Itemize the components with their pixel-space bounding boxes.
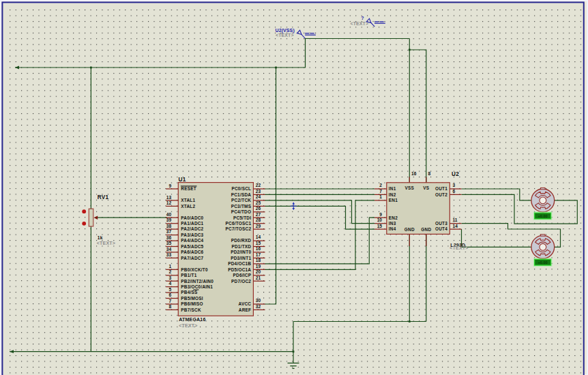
svg-text:PA7/ADC7: PA7/ADC7 [181, 256, 203, 260]
svg-text:IN3: IN3 [389, 221, 396, 226]
svg-text:1k: 1k [98, 235, 103, 240]
svg-text:6: 6 [453, 189, 456, 194]
svg-text:PD4/OC1B: PD4/OC1B [228, 261, 251, 266]
svg-text:OUT4: OUT4 [435, 226, 447, 231]
svg-text:35: 35 [166, 241, 172, 245]
svg-text:1: 1 [379, 194, 382, 199]
svg-text:38: 38 [166, 224, 172, 228]
svg-text:17: 17 [256, 252, 261, 257]
svg-text:3: 3 [169, 275, 172, 280]
svg-text:VS: VS [423, 185, 430, 190]
svg-text:PB3/OC0/AIN1: PB3/OC0/AIN1 [181, 284, 213, 289]
svg-text:PD5/OC1A: PD5/OC1A [228, 267, 251, 272]
svg-text:9: 9 [169, 183, 172, 188]
svg-text:<TEXT>: <TEXT> [351, 21, 369, 26]
svg-text:PB4/SS: PB4/SS [181, 290, 198, 295]
svg-text:PB0/XCK/T0: PB0/XCK/T0 [181, 267, 208, 272]
svg-text:AREF: AREF [239, 308, 251, 312]
svg-text:PC6/TOSC1: PC6/TOSC1 [226, 221, 252, 226]
svg-text:PB6/MISO: PB6/MISO [181, 301, 203, 306]
svg-text:PC7/TOSC2: PC7/TOSC2 [226, 226, 252, 231]
svg-text:PA2/ADC2: PA2/ADC2 [181, 226, 203, 231]
svg-text:16: 16 [411, 171, 417, 176]
svg-text:40: 40 [166, 212, 172, 217]
svg-text:PB7/SCK: PB7/SCK [181, 308, 201, 312]
svg-text:RESET: RESET [181, 186, 196, 191]
svg-text:PC3/TMS: PC3/TMS [231, 204, 252, 209]
svg-text:33: 33 [166, 252, 172, 257]
svg-text:3: 3 [453, 183, 456, 188]
svg-text:U2: U2 [452, 171, 459, 177]
svg-text:PB5/MOSI: PB5/MOSI [181, 296, 203, 301]
svg-text:PA5/ADC5: PA5/ADC5 [181, 244, 203, 249]
svg-text:<TEXT>: <TEXT> [276, 33, 294, 38]
svg-text:14: 14 [453, 224, 458, 228]
svg-text:28: 28 [256, 217, 261, 222]
svg-text:<TEXT>: <TEXT> [450, 245, 468, 250]
svg-text:PD3/INT1: PD3/INT1 [231, 256, 251, 260]
svg-text:16: 16 [256, 246, 261, 251]
svg-text:15: 15 [256, 241, 261, 245]
svg-text:1: 1 [169, 264, 172, 269]
svg-text:VSS: VSS [405, 185, 415, 190]
svg-text:GND: GND [421, 227, 431, 232]
svg-text:?: ? [361, 16, 364, 20]
svg-text:RV1: RV1 [98, 194, 109, 200]
svg-text:+0.00: +0.00 [538, 214, 548, 218]
svg-text:PC5/TDI: PC5/TDI [233, 215, 251, 220]
svg-text:14: 14 [256, 235, 261, 239]
svg-text:2: 2 [169, 269, 172, 274]
svg-text:PA6/ADC6: PA6/ADC6 [181, 250, 203, 254]
svg-text:19: 19 [256, 264, 261, 269]
svg-text:39: 39 [166, 217, 172, 222]
svg-text:34: 34 [166, 247, 172, 252]
svg-text:PA0/ADC0: PA0/ADC0 [181, 215, 203, 220]
svg-text:32: 32 [256, 304, 261, 309]
svg-text:PD7/OC2: PD7/OC2 [231, 279, 251, 284]
svg-text:ATMEGA16: ATMEGA16 [179, 317, 205, 322]
svg-text:IN4: IN4 [389, 226, 396, 231]
svg-text:U1: U1 [179, 177, 186, 183]
svg-text:21: 21 [256, 275, 261, 280]
svg-text:37: 37 [166, 229, 172, 234]
svg-text:PC0/SCL: PC0/SCL [231, 186, 251, 191]
svg-text:13: 13 [166, 195, 172, 200]
svg-text:XTAL1: XTAL1 [181, 198, 195, 202]
svg-text:24: 24 [256, 194, 261, 199]
svg-text:9: 9 [379, 212, 382, 217]
svg-text:IN2: IN2 [389, 192, 396, 197]
svg-text:OUT3: OUT3 [435, 221, 447, 226]
svg-text:6: 6 [169, 292, 172, 297]
svg-text:27: 27 [256, 212, 261, 217]
svg-text:8: 8 [169, 304, 172, 309]
svg-text:PD2/INT0: PD2/INT0 [231, 250, 251, 254]
svg-text:PC1/SDA: PC1/SDA [231, 192, 252, 197]
svg-text:7: 7 [169, 299, 172, 303]
svg-text:PA1/ADC1: PA1/ADC1 [181, 221, 203, 226]
svg-text:18: 18 [256, 258, 261, 262]
svg-text:36: 36 [166, 235, 172, 240]
svg-text:OUT2: OUT2 [435, 192, 447, 197]
svg-text:5: 5 [169, 287, 172, 292]
svg-text:11: 11 [453, 217, 458, 222]
svg-text:26: 26 [256, 206, 261, 211]
svg-text:29: 29 [256, 224, 261, 228]
svg-text:7: 7 [379, 189, 382, 194]
svg-text:AVCC: AVCC [239, 301, 252, 306]
svg-text:PA3/ADC3: PA3/ADC3 [181, 232, 203, 237]
svg-text:EN2: EN2 [389, 215, 398, 220]
svg-text:PB2/INT2/AIN0: PB2/INT2/AIN0 [181, 279, 214, 284]
svg-text:PB1/T1: PB1/T1 [181, 273, 196, 278]
svg-text:OUT1: OUT1 [435, 186, 447, 191]
svg-text:PD6/ICP: PD6/ICP [233, 273, 252, 278]
svg-text:+0.00: +0.00 [538, 260, 548, 265]
svg-text:PC2/TCK: PC2/TCK [231, 198, 251, 202]
svg-text:EN1: EN1 [389, 198, 398, 202]
svg-text:PC4/TDO: PC4/TDO [231, 209, 251, 214]
svg-text:<TEXT>: <TEXT> [179, 323, 197, 328]
svg-text:15: 15 [377, 224, 383, 228]
svg-text:XTAL2: XTAL2 [181, 204, 195, 209]
svg-text:PA4/ADC4: PA4/ADC4 [181, 238, 203, 243]
svg-text:8: 8 [428, 171, 431, 176]
svg-text:<TEXT>: <TEXT> [97, 241, 115, 245]
